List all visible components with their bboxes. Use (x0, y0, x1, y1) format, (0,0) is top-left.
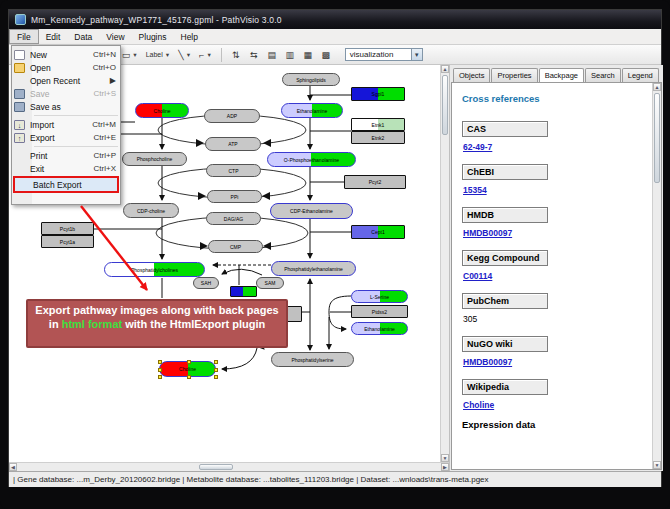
scroll-up-icon[interactable]: ▲ (441, 65, 449, 73)
align-center-button[interactable]: ⇅ (228, 47, 244, 62)
file-menu-item-export[interactable]: ↑ExportCtrl+E (12, 131, 120, 144)
node-pcyt1a[interactable]: Pcyt1a (41, 235, 94, 248)
xref-section-pubchem: PubChem305 (462, 290, 652, 324)
connector-tool[interactable]: ⌐▼ (196, 47, 215, 62)
node-cmp[interactable]: CMP (208, 240, 263, 253)
tab-properties[interactable]: Properties (491, 68, 537, 82)
node-phosphocholine[interactable]: Phosphocholine (122, 152, 187, 166)
xref-link[interactable]: HMDB00097 (463, 357, 512, 367)
selection-handle[interactable] (187, 360, 191, 364)
node-dag-ag[interactable]: DAG/AG (206, 212, 261, 225)
distribute-horizontal-button[interactable]: ▤ (264, 47, 280, 62)
node-sah[interactable]: SAH (193, 277, 219, 289)
node-sgpl1[interactable]: Sgpl1 (351, 87, 405, 101)
stack-horizontal-button[interactable]: ▦ (300, 47, 316, 62)
chevron-down-icon[interactable]: ▼ (206, 52, 211, 58)
node-ethanolamine[interactable]: Ethanolamine (281, 103, 343, 118)
node-atp[interactable]: ATP (205, 137, 261, 151)
scroll-thumb[interactable] (654, 93, 660, 183)
title-bar[interactable]: Mm_Kennedy_pathway_WP1771_45176.gpml - P… (9, 10, 661, 29)
node-ptdss2[interactable]: Ptdss2 (351, 305, 408, 318)
selection-handle[interactable] (214, 360, 218, 364)
xref-section-cas: CAS62-49-7 (462, 118, 652, 152)
chevron-down-icon[interactable]: ▼ (411, 49, 422, 60)
align-middle-button[interactable]: ⇆ (246, 47, 262, 62)
node-l-serine[interactable]: L-Serine (351, 290, 408, 303)
tab-objects[interactable]: Objects (453, 68, 490, 82)
node-choline[interactable]: Choline (159, 361, 216, 377)
node-o-phosphoethanolamine[interactable]: O-Phosphoethanolamine (267, 152, 356, 167)
tab-search[interactable]: Search (585, 68, 621, 82)
node-ctp[interactable]: CTP (206, 164, 261, 177)
scroll-up-icon[interactable]: ▲ (653, 83, 661, 91)
file-menu-item-batch-export[interactable]: Batch Export (15, 178, 117, 191)
node-phosphatidylethanolamine[interactable]: Phosphatidylethanolamine (271, 261, 356, 276)
stack-vertical-button[interactable]: ▩ (318, 47, 334, 62)
scroll-thumb[interactable] (442, 75, 448, 135)
node-unlabeled[interactable] (230, 286, 257, 297)
node-cept1[interactable]: Cept1 (351, 225, 405, 239)
file-menu-item-new[interactable]: NewCtrl+N (12, 48, 120, 61)
xref-link[interactable]: HMDB00097 (463, 228, 512, 238)
file-menu-item-print[interactable]: PrintCtrl+P (12, 149, 120, 162)
node-label: Sgpl1 (372, 91, 385, 97)
node-etnk2[interactable]: Etnk2 (351, 131, 405, 144)
xref-link[interactable]: C00114 (463, 271, 492, 281)
node-choline[interactable]: Choline (135, 103, 189, 118)
node-sam[interactable]: SAM (256, 277, 284, 289)
node-etnk1[interactable]: Etnk1 (351, 118, 405, 131)
selection-handle[interactable] (158, 368, 162, 372)
node-phosphatidylcholines[interactable]: Phosphatidylcholines (104, 262, 205, 277)
tab-legend[interactable]: Legend (622, 68, 659, 82)
selection-handle[interactable] (158, 375, 162, 379)
node-cdp-ethanolamine[interactable]: CDP-Ethanolamine (270, 203, 353, 219)
selection-handle[interactable] (158, 360, 162, 364)
node-sphingolipids[interactable]: Sphingolipids (282, 73, 340, 86)
visualization-combobox[interactable]: visualization ▼ (345, 48, 423, 61)
chevron-down-icon[interactable]: ▼ (132, 52, 137, 58)
xref-link[interactable]: Choline (463, 400, 494, 410)
file-menu-item-exit[interactable]: ExitCtrl+X (12, 162, 120, 175)
chevron-down-icon[interactable]: ▼ (186, 52, 191, 58)
selection-handle[interactable] (214, 375, 218, 379)
file-menu-item-save-as[interactable]: Save as (12, 100, 120, 113)
menu-data[interactable]: Data (67, 29, 99, 44)
node-pcyt2[interactable]: Pcyt2 (344, 175, 406, 189)
canvas-horizontal-scrollbar[interactable]: ◀ ▶ (9, 462, 449, 471)
file-menu-item-open-recent[interactable]: Open Recent▶ (12, 74, 120, 87)
line-tool[interactable]: ╲▼ (175, 47, 194, 62)
file-menu-item-import[interactable]: ↓ImportCtrl+M (12, 118, 120, 131)
scroll-thumb[interactable] (199, 464, 233, 470)
node-ppi[interactable]: PPi (207, 190, 262, 203)
node-cdp-choline[interactable]: CDP-choline (123, 203, 179, 218)
scroll-down-icon[interactable]: ▼ (653, 461, 661, 469)
panel-vertical-scrollbar[interactable]: ▲ ▼ (652, 83, 661, 469)
scroll-down-icon[interactable]: ▼ (441, 454, 449, 462)
datanode-tool[interactable]: ▭▼ (119, 47, 141, 62)
canvas-vertical-scrollbar[interactable]: ▲ ▼ (440, 65, 449, 462)
tab-backpage[interactable]: Backpage (539, 68, 584, 83)
xref-source: CAS (462, 121, 548, 137)
node-pcyt1b[interactable]: Pcyt1b (41, 222, 94, 235)
scroll-right-icon[interactable]: ▶ (441, 463, 449, 471)
label-tool[interactable]: Label▼ (143, 47, 174, 62)
selection-handle[interactable] (214, 368, 218, 372)
node-ethanolamine[interactable]: Ethanolamine (351, 322, 408, 335)
menu-plugins[interactable]: Plugins (132, 29, 174, 44)
menu-view[interactable]: View (99, 29, 131, 44)
menu-edit[interactable]: Edit (39, 29, 68, 44)
node-phosphatidylserine[interactable]: Phosphatidylserine (271, 352, 354, 367)
distribute-vertical-button[interactable]: ▥ (282, 47, 298, 62)
file-menu-item-open[interactable]: OpenCtrl+O (12, 61, 120, 74)
node-adp[interactable]: ADP (204, 109, 260, 123)
selection-handle[interactable] (187, 375, 191, 379)
node-label: SAM (265, 280, 276, 286)
xref-link[interactable]: 15354 (463, 185, 487, 195)
scroll-left-icon[interactable]: ◀ (9, 463, 17, 471)
menu-file[interactable]: File (9, 29, 39, 44)
stack-vertical-icon: ▩ (322, 50, 331, 60)
distribute-horizontal-icon: ▤ (268, 50, 277, 60)
chevron-down-icon[interactable]: ▼ (165, 52, 170, 58)
xref-link[interactable]: 62-49-7 (463, 142, 492, 152)
menu-help[interactable]: Help (174, 29, 205, 44)
